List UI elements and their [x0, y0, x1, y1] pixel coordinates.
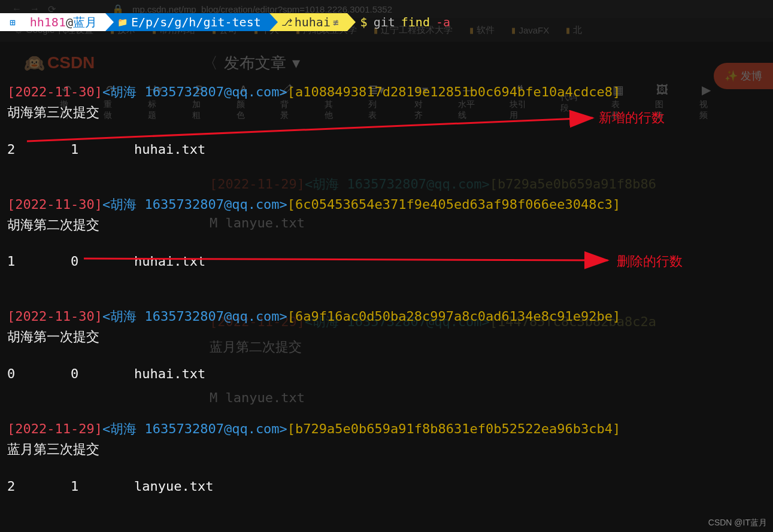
commit-stats: 2 1 lanyue.txt — [7, 477, 766, 496]
commit-author: <胡海 1635732807@qq.com> — [102, 421, 287, 436]
commit-stats: 1 0 huhai.txt — [7, 252, 766, 271]
terminal-prompt[interactable]: ⊞ hh181@蓝月 📁 E/p/s/g/h/git-test ⎇huhai ≢… — [0, 13, 773, 31]
page-title: 〈发布文章 ▾ — [202, 53, 300, 74]
prompt-dollar: $ — [360, 15, 368, 29]
commit-author: <胡海 1635732807@qq.com> — [102, 309, 287, 324]
commit-stats: 0 0 huhai.txt — [7, 364, 766, 384]
prompt-path-segment: 📁 E/p/s/g/h/git-test — [105, 13, 269, 31]
prompt-branch: huhai — [295, 15, 331, 29]
commit-message: 蓝月第三次提交 — [7, 440, 766, 459]
commit-hash: [b729a5e0b659a91f8b8631ef0b52522ea96b3cb… — [287, 421, 620, 436]
folder-icon: 📁 — [117, 17, 128, 27]
commit-date: [2022-11-29] — [7, 421, 102, 436]
prompt-host: 蓝月 — [73, 14, 97, 31]
command-input[interactable]: $ git find -a — [347, 15, 450, 29]
branch-icon: ⎇ — [281, 17, 292, 28]
changes-icon: ≢ — [333, 17, 339, 28]
commit-hash: [6a9f16ac0d50ba28c997a8c0ad6134e8c91e92b… — [287, 309, 620, 324]
windows-icon: ⊞ — [10, 17, 16, 28]
terminal-output[interactable]: [2022-11-30]<胡海 1635732807@qq.com>[a1088… — [7, 83, 766, 532]
commit-author: <胡海 1635732807@qq.com> — [102, 197, 287, 212]
commit-block: [2022-11-30]<胡海 1635732807@qq.com>[6c054… — [7, 195, 766, 272]
commit-header: [2022-11-29]<胡海 1635732807@qq.com>[b729a… — [7, 419, 766, 439]
csdn-logo[interactable]: 🙉 CSDN — [24, 53, 95, 73]
commit-date: [2022-11-30] — [7, 197, 102, 212]
commit-message: 胡海第二次提交 — [7, 215, 766, 235]
cmd-git: git — [374, 15, 395, 29]
commit-block: [2022-11-30]<胡海 1635732807@qq.com>[a1088… — [7, 83, 766, 159]
commit-block: [2022-11-30]<胡海 1635732807@qq.com>[6a9f1… — [7, 307, 766, 384]
commit-author: <胡海 1635732807@qq.com> — [102, 84, 287, 99]
prompt-user-segment: ⊞ hh181@蓝月 — [0, 13, 105, 31]
commit-message: 胡海第一次提交 — [7, 327, 766, 346]
commit-hash: [6c05453654e371f9e405ed63af98f066ee3048c… — [287, 197, 620, 212]
commit-date: [2022-11-30] — [7, 309, 102, 324]
commit-hash: [a1088493817d2819e12851b0c694bfe10a4cdce… — [287, 84, 620, 99]
url-bar[interactable]: mp.csdn.net/mp_blog/creation/editor?spm=… — [132, 4, 392, 14]
commit-block: [2022-11-29]<胡海 1635732807@qq.com>[b729a… — [7, 419, 766, 496]
prompя-branch-segment: ⎇huhai ≢ — [269, 13, 347, 31]
prompt-user: hh181 — [30, 15, 66, 29]
commit-header: [2022-11-30]<胡海 1635732807@qq.com>[6c054… — [7, 195, 766, 214]
commit-date: [2022-11-30] — [7, 84, 102, 99]
commit-stats: 2 1 huhai.txt — [7, 140, 766, 159]
prompt-path: E/p/s/g/h/git-test — [131, 15, 261, 29]
cmd-flag: -a — [436, 15, 450, 29]
watermark: CSDN @IT蓝月 — [708, 518, 767, 528]
cmd-subcommand: find — [401, 15, 430, 29]
commit-message: 胡海第三次提交 — [7, 103, 766, 122]
commit-header: [2022-11-30]<胡海 1635732807@qq.com>[6a9f1… — [7, 307, 766, 326]
commit-header: [2022-11-30]<胡海 1635732807@qq.com>[a1088… — [7, 83, 766, 102]
